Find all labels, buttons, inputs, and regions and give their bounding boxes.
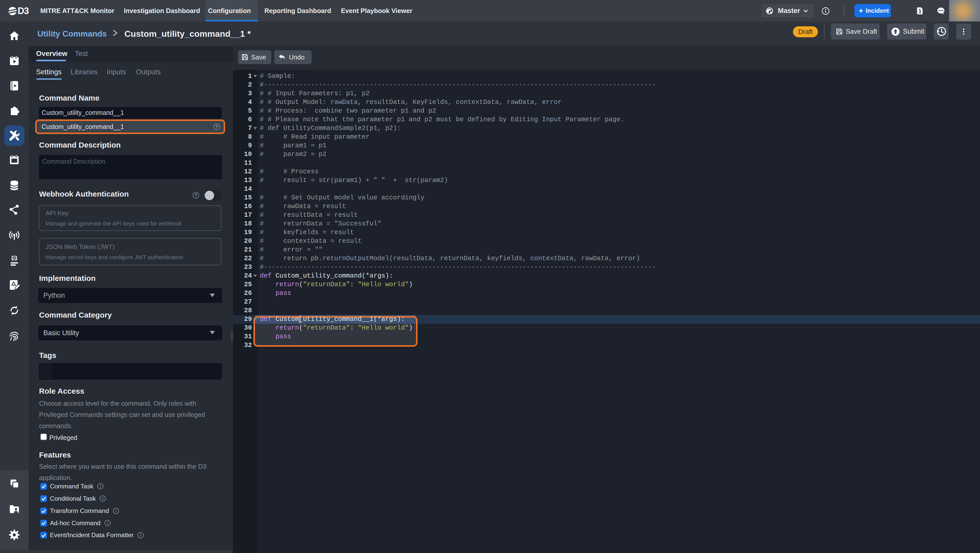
svg-text:i: i — [107, 521, 108, 526]
svg-text:i: i — [102, 496, 103, 501]
svg-text:?: ? — [195, 193, 197, 198]
svg-text:?: ? — [216, 124, 218, 129]
svg-text:i: i — [100, 484, 101, 489]
svg-text:D3: D3 — [18, 6, 29, 15]
svg-text:i: i — [115, 508, 117, 513]
svg-text:i: i — [140, 533, 142, 538]
